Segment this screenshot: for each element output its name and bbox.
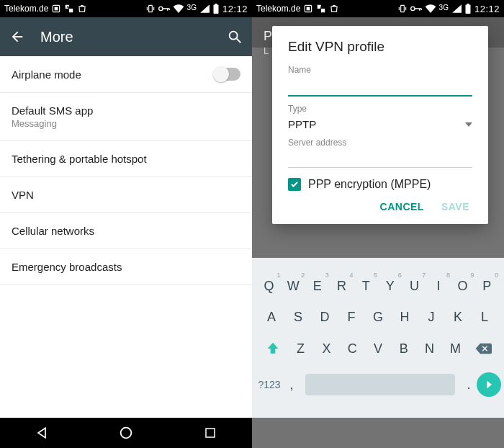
key-v[interactable]: V <box>368 341 388 357</box>
nav-bar <box>0 418 252 448</box>
key-q[interactable]: Q1 <box>259 279 279 294</box>
name-label: Name <box>288 65 472 75</box>
key-z[interactable]: Z <box>291 341 311 357</box>
vpn-row[interactable]: VPN <box>0 177 252 213</box>
key-o[interactable]: O9 <box>453 279 473 294</box>
phone-left: Telekom.de A 3G 12:12 More <box>0 0 252 448</box>
vpn-key-icon <box>410 5 422 12</box>
translate-icon <box>316 4 326 14</box>
default-sms-row[interactable]: Default SMS app Messaging <box>0 93 252 141</box>
key-hint: 3 <box>325 272 329 279</box>
battery-icon <box>212 4 220 14</box>
svg-rect-3 <box>148 5 152 12</box>
key-l[interactable]: L <box>474 310 495 325</box>
svg-point-7 <box>230 32 238 40</box>
dialog-title: Edit VPN profile <box>288 39 472 55</box>
clock-label: 12:12 <box>222 4 248 14</box>
server-field[interactable] <box>288 149 472 168</box>
key-g[interactable]: G <box>368 310 388 325</box>
phone-right: Telekom.de 3G 12:12 P L Edit <box>252 0 504 448</box>
network-type-label: 3G <box>187 4 197 12</box>
ppe-checkbox-row[interactable]: PPP encryption (MPPE) <box>288 178 472 191</box>
nav-recent-icon[interactable] <box>196 422 225 444</box>
type-label: Type <box>288 104 472 114</box>
key-d[interactable]: D <box>315 310 335 325</box>
status-bar: Telekom.de A 3G 12:12 <box>0 0 252 17</box>
key-hint: 0 <box>495 272 498 279</box>
cellular-row[interactable]: Cellular networks <box>0 213 252 249</box>
key-x[interactable]: X <box>316 341 336 357</box>
save-button[interactable]: SAVE <box>441 201 469 212</box>
signal-icon <box>199 4 210 13</box>
svg-rect-11 <box>307 7 310 11</box>
list-item-label: VPN <box>12 189 34 201</box>
key-s[interactable]: S <box>288 310 308 325</box>
list-item-label: Emergency broadcasts <box>12 261 122 273</box>
key-r[interactable]: R4 <box>332 279 352 294</box>
key-f[interactable]: F <box>341 310 361 325</box>
key-hint: 7 <box>422 272 426 279</box>
store-icon <box>77 4 87 14</box>
on-screen-keyboard: Q1W2E3R4T5Y6U7I8O9P0 ASDFGHJKL ZXCVBNM ?… <box>252 258 504 418</box>
carrier-label: Telekom.de <box>256 4 300 14</box>
airplane-mode-row[interactable]: Airplane mode <box>0 56 252 93</box>
back-icon[interactable] <box>9 28 26 45</box>
wifi-icon <box>425 4 436 13</box>
chevron-down-icon <box>465 122 472 127</box>
tethering-row[interactable]: Tethering & portable hotspot <box>0 141 252 177</box>
key-k[interactable]: K <box>448 310 468 325</box>
shift-key[interactable] <box>261 341 285 356</box>
screenshot-icon <box>51 4 61 14</box>
settings-list: Airplane mode Default SMS app Messaging … <box>0 56 252 418</box>
vibrate-icon <box>145 4 156 14</box>
key-a[interactable]: A <box>261 310 282 325</box>
emergency-row[interactable]: Emergency broadcasts <box>0 249 252 285</box>
nav-home-icon[interactable] <box>112 422 140 444</box>
key-e[interactable]: E3 <box>307 279 328 294</box>
period-key[interactable]: . <box>461 377 477 393</box>
key-h[interactable]: H <box>395 310 415 325</box>
key-u[interactable]: U7 <box>404 279 424 294</box>
key-j[interactable]: J <box>421 310 441 325</box>
key-hint: 5 <box>374 272 377 279</box>
key-n[interactable]: N <box>420 341 440 357</box>
clock-label: 12:12 <box>474 4 500 14</box>
key-b[interactable]: B <box>394 341 414 357</box>
screenshot-icon <box>303 4 313 14</box>
battery-icon <box>464 4 472 14</box>
vpn-key-icon <box>158 5 170 12</box>
list-item-label: Cellular networks <box>12 225 94 237</box>
key-t[interactable]: T5 <box>356 279 376 294</box>
type-value: PPTP <box>288 118 316 130</box>
nav-back-icon[interactable] <box>27 422 56 444</box>
key-c[interactable]: C <box>342 341 362 357</box>
symbols-key[interactable]: ?123 <box>255 379 284 390</box>
network-type-label: 3G <box>439 4 449 12</box>
comma-key[interactable]: , <box>284 377 300 393</box>
key-w[interactable]: W2 <box>283 279 303 294</box>
type-select[interactable]: PPTP <box>288 115 472 135</box>
svg-rect-9 <box>206 429 215 437</box>
wifi-icon <box>173 4 184 13</box>
key-m[interactable]: M <box>445 341 465 357</box>
key-i[interactable]: I8 <box>428 279 449 294</box>
server-label: Server address <box>288 138 472 148</box>
key-hint: 2 <box>301 272 305 279</box>
name-field[interactable] <box>288 76 472 97</box>
enter-key[interactable] <box>477 372 501 397</box>
svg-point-8 <box>121 428 132 439</box>
key-hint: 9 <box>471 272 474 279</box>
key-y[interactable]: Y6 <box>380 279 400 294</box>
cancel-button[interactable]: CANCEL <box>380 201 424 212</box>
store-icon <box>329 4 339 14</box>
search-icon[interactable] <box>226 28 243 45</box>
svg-rect-12 <box>400 5 404 12</box>
spacebar-key[interactable] <box>305 374 455 395</box>
ppe-label: PPP encryption (MPPE) <box>308 178 431 191</box>
page-title: More <box>40 29 212 45</box>
key-p[interactable]: P0 <box>477 279 497 294</box>
backspace-key[interactable] <box>471 342 495 355</box>
vibrate-icon <box>397 4 408 14</box>
airplane-mode-toggle[interactable] <box>215 68 240 81</box>
svg-point-4 <box>158 6 162 10</box>
